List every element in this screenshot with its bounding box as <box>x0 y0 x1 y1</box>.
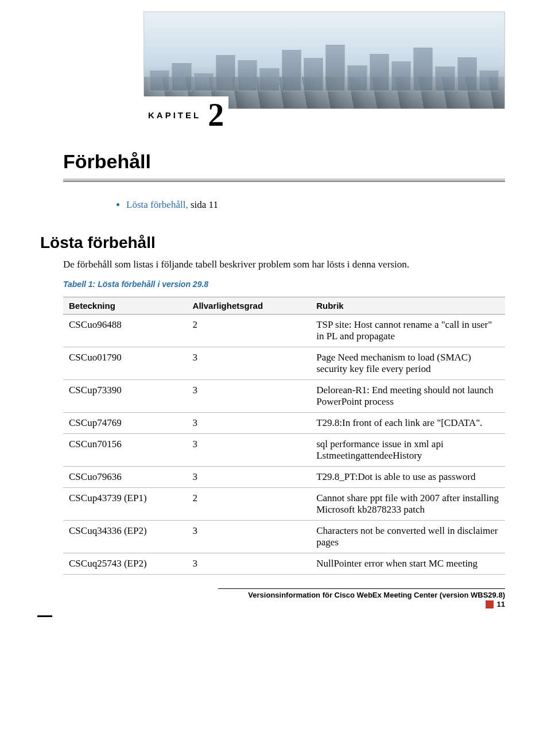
table-header-row: Beteckning Allvarlighetsgrad Rubrik <box>63 297 505 315</box>
section-intro: De förbehåll som listas i följande tabel… <box>63 259 505 270</box>
table-row: CSCun70156 3 sql performance issue in xm… <box>63 434 505 467</box>
cell-id: CSCun70156 <box>63 434 187 467</box>
cell-severity: 3 <box>187 521 311 553</box>
table-row: CSCup73390 3 Delorean-R1: End meeting sh… <box>63 380 505 413</box>
footer-divider <box>218 588 506 589</box>
page-number: 11 <box>497 600 505 608</box>
cell-severity: 2 <box>187 315 311 347</box>
cell-title: Characters not be converted well in disc… <box>311 521 505 553</box>
cell-severity: 3 <box>187 380 311 413</box>
footer-marker-icon <box>486 600 494 608</box>
table-row: CSCup43739 (EP1) 2 Cannot share ppt file… <box>63 488 505 521</box>
cell-title: Delorean-R1: End meeting should not laun… <box>311 380 505 413</box>
chapter-title: Förbehåll <box>63 150 505 173</box>
toc-suffix: sida 11 <box>188 199 218 210</box>
chapter-label: KAPITEL 2 <box>143 96 228 133</box>
col-header-title: Rubrik <box>311 297 505 315</box>
cell-title: sql performance issue in xml api Lstmeet… <box>311 434 505 467</box>
cell-title: Cannot share ppt file with 2007 after in… <box>311 488 505 521</box>
cell-severity: 3 <box>187 553 311 575</box>
cell-severity: 3 <box>187 467 311 488</box>
toc-item: Lösta förbehåll, sida 11 <box>126 199 505 211</box>
cell-title: T29.8:In front of each link are "[CDATA"… <box>311 413 505 434</box>
page-footer: Versionsinformation för Cisco WebEx Meet… <box>63 588 505 611</box>
cell-title: Page Need mechanism to load (SMAC) secur… <box>311 347 505 380</box>
cell-title: TSP site: Host cannot rename a "call in … <box>311 315 505 347</box>
title-divider <box>63 179 505 182</box>
col-header-severity: Allvarlighetsgrad <box>187 297 311 315</box>
cell-id: CSCuo01790 <box>63 347 187 380</box>
cell-id: CSCuq34336 (EP2) <box>63 521 187 553</box>
crop-mark-icon <box>37 615 52 617</box>
cell-severity: 3 <box>187 434 311 467</box>
table-row: CSCuq34336 (EP2) 3 Characters not be con… <box>63 521 505 553</box>
table-caption: Tabell 1: Lösta förbehåll i version 29.8 <box>63 280 505 289</box>
caveats-table: Beteckning Allvarlighetsgrad Rubrik CSCu… <box>63 297 505 575</box>
cell-id: CSCup74769 <box>63 413 187 434</box>
table-row: CSCuq25743 (EP2) 3 NullPointer error whe… <box>63 553 505 575</box>
cell-id: CSCuo79636 <box>63 467 187 488</box>
table-row: CSCuo01790 3 Page Need mechanism to load… <box>63 347 505 380</box>
cell-id: CSCuo96488 <box>63 315 187 347</box>
table-row: CSCuo96488 2 TSP site: Host cannot renam… <box>63 315 505 347</box>
chapter-banner-image <box>143 11 505 109</box>
cell-title: NullPointer error when start MC meeting <box>311 553 505 575</box>
section-heading: Lösta förbehåll <box>40 234 505 252</box>
cell-id: CSCuq25743 (EP2) <box>63 553 187 575</box>
table-of-contents: Lösta förbehåll, sida 11 <box>126 199 505 211</box>
chapter-label-text: KAPITEL <box>148 110 201 120</box>
cell-title: T29.8_PT:Dot is able to use as password <box>311 467 505 488</box>
cell-id: CSCup73390 <box>63 380 187 413</box>
footer-doc-title: Versionsinformation för Cisco WebEx Meet… <box>63 588 505 599</box>
footer-page-block: 11 <box>486 600 505 608</box>
cell-severity: 3 <box>187 347 311 380</box>
cell-severity: 2 <box>187 488 311 521</box>
col-header-id: Beteckning <box>63 297 187 315</box>
cell-severity: 3 <box>187 413 311 434</box>
document-page: KAPITEL 2 Förbehåll Lösta förbehåll, sid… <box>0 11 551 623</box>
chapter-number: 2 <box>208 97 224 133</box>
toc-link[interactable]: Lösta förbehåll, <box>126 199 188 210</box>
table-row: CSCuo79636 3 T29.8_PT:Dot is able to use… <box>63 467 505 488</box>
table-row: CSCup74769 3 T29.8:In front of each link… <box>63 413 505 434</box>
cell-id: CSCup43739 (EP1) <box>63 488 187 521</box>
